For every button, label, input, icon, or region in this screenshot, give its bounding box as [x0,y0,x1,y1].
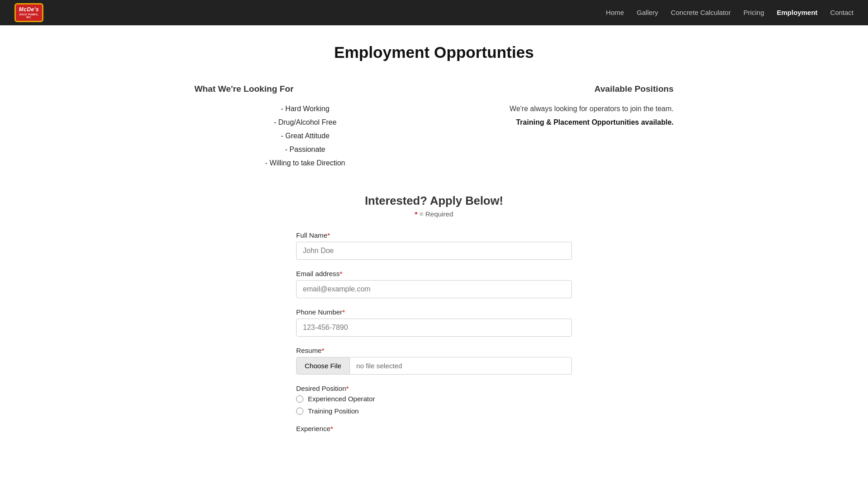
phone-input[interactable] [296,319,572,337]
position-required: * [346,385,349,392]
nav-item-contact[interactable]: Contact [830,9,854,17]
file-input-wrapper: Choose File no file selected [296,357,572,375]
looking-for-section: What We're Looking For - Hard Working - … [194,84,434,167]
nav-item-home[interactable]: Home [606,9,624,17]
quality-direction: - Willing to take Direction [194,159,416,167]
qualities-list: - Hard Working - Drug/Alcohol Free - Gre… [194,105,416,167]
nav-item-gallery[interactable]: Gallery [637,9,658,17]
nav-link-calculator[interactable]: Concrete Calculator [671,9,731,16]
positions-bold: Training & Placement Opportunities avail… [452,118,674,127]
form-section-header: Interested? Apply Below! * = Required [194,194,674,218]
nav-link-employment[interactable]: Employment [777,9,817,16]
phone-group: Phone Number* [296,308,572,337]
positions-heading: Available Positions [452,84,674,94]
nav-links: Home Gallery Concrete Calculator Pricing… [606,9,854,17]
position-radio-group: Experienced Operator Training Position [296,395,572,415]
required-text: = Required [420,210,453,218]
navigation: McDe's ROCK PUMPS, INC. Home Gallery Con… [0,0,868,25]
resume-label: Resume* [296,347,572,354]
full-name-input[interactable] [296,242,572,260]
full-name-group: Full Name* [296,231,572,260]
page-title: Employment Opportunties [194,43,674,61]
logo-top-text: McDe's [19,7,39,13]
positions-section: Available Positions We're always looking… [434,84,674,167]
phone-required: * [342,308,345,316]
positions-desc: We're always looking for operators to jo… [452,105,674,113]
quality-hard-working: - Hard Working [194,105,416,113]
form-heading: Interested? Apply Below! [194,194,674,207]
full-name-required: * [327,231,330,239]
desired-position-group: Desired Position* Experienced Operator T… [296,385,572,415]
nav-item-pricing[interactable]: Pricing [743,9,764,17]
quality-drug-free: - Drug/Alcohol Free [194,118,416,127]
required-note: * = Required [194,210,674,218]
desired-position-label: Desired Position* [296,385,572,392]
experience-required: * [330,425,333,432]
email-input[interactable] [296,280,572,298]
radio-training-input[interactable] [296,408,303,415]
resume-group: Resume* Choose File no file selected [296,347,572,375]
application-form: Full Name* Email address* Phone Number* … [296,231,572,432]
nav-link-gallery[interactable]: Gallery [637,9,658,16]
nav-item-employment[interactable]: Employment [777,9,817,17]
looking-for-heading: What We're Looking For [194,84,416,94]
choose-file-button[interactable]: Choose File [297,357,350,374]
info-columns: What We're Looking For - Hard Working - … [194,84,674,167]
file-name-display: no file selected [350,357,408,374]
nav-item-calculator[interactable]: Concrete Calculator [671,9,731,17]
phone-label: Phone Number* [296,308,572,316]
email-group: Email address* [296,270,572,298]
main-content: Employment Opportunties What We're Looki… [185,25,683,450]
radio-training-position[interactable]: Training Position [296,407,572,415]
quality-passionate: - Passionate [194,145,416,154]
email-label: Email address* [296,270,572,277]
email-required: * [340,270,342,277]
radio-experienced-input[interactable] [296,395,303,403]
radio-experienced-label: Experienced Operator [308,395,375,403]
radio-training-label: Training Position [308,407,359,415]
resume-required: * [322,347,325,354]
asterisk-symbol: * [415,210,418,218]
nav-link-contact[interactable]: Contact [830,9,854,16]
quality-great-attitude: - Great Attitude [194,132,416,140]
logo: McDe's ROCK PUMPS, INC. [14,3,43,22]
nav-link-pricing[interactable]: Pricing [743,9,764,16]
radio-experienced-operator[interactable]: Experienced Operator [296,395,572,403]
nav-link-home[interactable]: Home [606,9,624,16]
experience-label: Experience* [296,425,572,432]
logo-badge: McDe's ROCK PUMPS, INC. [14,3,43,22]
full-name-label: Full Name* [296,231,572,239]
experience-group: Experience* [296,425,572,432]
logo-sub-text: ROCK PUMPS, INC. [18,13,40,19]
